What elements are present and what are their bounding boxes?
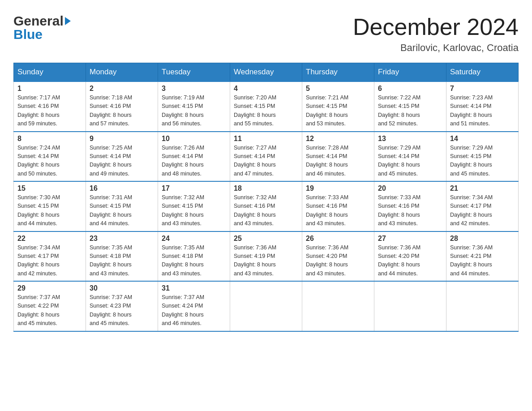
day-info: Sunrise: 7:36 AMSunset: 4:20 PMDaylight:… [378, 244, 442, 278]
weekday-header-sunday: Sunday [14, 63, 86, 82]
day-number: 30 [90, 284, 154, 292]
calendar-cell: 22Sunrise: 7:34 AMSunset: 4:17 PMDayligh… [14, 231, 86, 282]
day-number: 16 [90, 184, 154, 193]
calendar-table: SundayMondayTuesdayWednesdayThursdayFrid… [13, 63, 519, 332]
calendar-cell: 29Sunrise: 7:37 AMSunset: 4:22 PMDayligh… [14, 281, 86, 331]
calendar-week-row: 15Sunrise: 7:30 AMSunset: 4:15 PMDayligh… [14, 181, 519, 231]
day-info: Sunrise: 7:19 AMSunset: 4:15 PMDaylight:… [162, 94, 226, 128]
calendar-header: SundayMondayTuesdayWednesdayThursdayFrid… [14, 63, 519, 82]
day-number: 15 [17, 184, 82, 193]
day-number: 19 [306, 184, 370, 193]
calendar-cell: 2Sunrise: 7:18 AMSunset: 4:16 PMDaylight… [86, 81, 158, 132]
day-number: 24 [162, 235, 226, 243]
day-info: Sunrise: 7:21 AMSunset: 4:15 PMDaylight:… [306, 94, 370, 128]
calendar-cell: 20Sunrise: 7:33 AMSunset: 4:16 PMDayligh… [374, 181, 446, 231]
calendar-week-row: 8Sunrise: 7:24 AMSunset: 4:14 PMDaylight… [14, 132, 519, 182]
day-number: 1 [17, 85, 82, 93]
calendar-cell: 17Sunrise: 7:32 AMSunset: 4:15 PMDayligh… [158, 181, 230, 231]
day-info: Sunrise: 7:37 AMSunset: 4:24 PMDaylight:… [162, 293, 226, 328]
weekday-header-monday: Monday [86, 63, 158, 82]
day-info: Sunrise: 7:23 AMSunset: 4:14 PMDaylight:… [450, 94, 515, 128]
calendar-cell: 27Sunrise: 7:36 AMSunset: 4:20 PMDayligh… [374, 231, 446, 282]
calendar-cell: 6Sunrise: 7:22 AMSunset: 4:15 PMDaylight… [374, 81, 446, 132]
weekday-header-tuesday: Tuesday [158, 63, 230, 82]
day-number: 14 [450, 135, 515, 143]
calendar-cell: 7Sunrise: 7:23 AMSunset: 4:14 PMDaylight… [446, 81, 519, 132]
day-number: 2 [90, 85, 154, 93]
calendar-cell [302, 281, 374, 331]
calendar-cell: 16Sunrise: 7:31 AMSunset: 4:15 PMDayligh… [86, 181, 158, 231]
day-info: Sunrise: 7:31 AMSunset: 4:15 PMDaylight:… [90, 193, 154, 228]
day-number: 6 [378, 85, 442, 93]
logo-chevron-icon [65, 17, 71, 25]
day-info: Sunrise: 7:18 AMSunset: 4:16 PMDaylight:… [90, 94, 154, 128]
day-number: 5 [306, 85, 370, 93]
day-info: Sunrise: 7:37 AMSunset: 4:23 PMDaylight:… [90, 293, 154, 328]
calendar-cell: 8Sunrise: 7:24 AMSunset: 4:14 PMDaylight… [14, 132, 86, 182]
logo-general: General [13, 13, 64, 29]
day-number: 28 [450, 235, 515, 243]
day-info: Sunrise: 7:29 AMSunset: 4:15 PMDaylight:… [450, 144, 515, 179]
weekday-header-wednesday: Wednesday [230, 63, 302, 82]
day-info: Sunrise: 7:30 AMSunset: 4:15 PMDaylight:… [17, 193, 82, 228]
calendar-cell: 15Sunrise: 7:30 AMSunset: 4:15 PMDayligh… [14, 181, 86, 231]
day-info: Sunrise: 7:22 AMSunset: 4:15 PMDaylight:… [378, 94, 442, 128]
day-info: Sunrise: 7:35 AMSunset: 4:18 PMDaylight:… [162, 244, 226, 278]
calendar-week-row: 29Sunrise: 7:37 AMSunset: 4:22 PMDayligh… [14, 281, 519, 331]
day-number: 23 [90, 235, 154, 243]
title-area: December 2024 Barilovic, Karlovac, Croat… [353, 13, 519, 54]
day-info: Sunrise: 7:37 AMSunset: 4:22 PMDaylight:… [17, 293, 82, 328]
day-number: 12 [306, 135, 370, 143]
calendar-cell: 26Sunrise: 7:36 AMSunset: 4:20 PMDayligh… [302, 231, 374, 282]
calendar-week-row: 22Sunrise: 7:34 AMSunset: 4:17 PMDayligh… [14, 231, 519, 282]
day-number: 31 [162, 284, 226, 292]
calendar-cell: 31Sunrise: 7:37 AMSunset: 4:24 PMDayligh… [158, 281, 230, 331]
day-info: Sunrise: 7:24 AMSunset: 4:14 PMDaylight:… [17, 144, 82, 179]
weekday-header-thursday: Thursday [302, 63, 374, 82]
calendar-cell [446, 281, 519, 331]
logo-blue: Blue [13, 27, 71, 42]
calendar-body: 1Sunrise: 7:17 AMSunset: 4:16 PMDaylight… [14, 81, 519, 331]
calendar-cell: 24Sunrise: 7:35 AMSunset: 4:18 PMDayligh… [158, 231, 230, 282]
day-number: 11 [234, 135, 298, 143]
day-number: 7 [450, 85, 515, 93]
day-info: Sunrise: 7:17 AMSunset: 4:16 PMDaylight:… [17, 94, 82, 128]
day-info: Sunrise: 7:25 AMSunset: 4:14 PMDaylight:… [90, 144, 154, 179]
weekday-header-friday: Friday [374, 63, 446, 82]
logo: General Blue [13, 13, 71, 42]
calendar-cell: 13Sunrise: 7:29 AMSunset: 4:14 PMDayligh… [374, 132, 446, 182]
day-info: Sunrise: 7:36 AMSunset: 4:21 PMDaylight:… [450, 244, 515, 278]
calendar-cell: 30Sunrise: 7:37 AMSunset: 4:23 PMDayligh… [86, 281, 158, 331]
calendar-cell: 23Sunrise: 7:35 AMSunset: 4:18 PMDayligh… [86, 231, 158, 282]
weekday-header-saturday: Saturday [446, 63, 519, 82]
calendar-cell: 25Sunrise: 7:36 AMSunset: 4:19 PMDayligh… [230, 231, 302, 282]
calendar-cell: 28Sunrise: 7:36 AMSunset: 4:21 PMDayligh… [446, 231, 519, 282]
calendar-cell: 21Sunrise: 7:34 AMSunset: 4:17 PMDayligh… [446, 181, 519, 231]
logo-row1: General [13, 13, 71, 29]
calendar-cell: 3Sunrise: 7:19 AMSunset: 4:15 PMDaylight… [158, 81, 230, 132]
day-number: 27 [378, 235, 442, 243]
day-info: Sunrise: 7:29 AMSunset: 4:14 PMDaylight:… [378, 144, 442, 179]
day-info: Sunrise: 7:33 AMSunset: 4:16 PMDaylight:… [378, 193, 442, 228]
day-info: Sunrise: 7:32 AMSunset: 4:15 PMDaylight:… [162, 193, 226, 228]
calendar-week-row: 1Sunrise: 7:17 AMSunset: 4:16 PMDaylight… [14, 81, 519, 132]
day-number: 29 [17, 284, 82, 292]
day-info: Sunrise: 7:27 AMSunset: 4:14 PMDaylight:… [234, 144, 298, 179]
calendar-cell [374, 281, 446, 331]
day-info: Sunrise: 7:32 AMSunset: 4:16 PMDaylight:… [234, 193, 298, 228]
day-number: 10 [162, 135, 226, 143]
day-number: 21 [450, 184, 515, 193]
day-number: 3 [162, 85, 226, 93]
calendar-cell: 19Sunrise: 7:33 AMSunset: 4:16 PMDayligh… [302, 181, 374, 231]
day-info: Sunrise: 7:28 AMSunset: 4:14 PMDaylight:… [306, 144, 370, 179]
day-number: 18 [234, 184, 298, 193]
location: Barilovic, Karlovac, Croatia [353, 42, 519, 54]
calendar-cell: 4Sunrise: 7:20 AMSunset: 4:15 PMDaylight… [230, 81, 302, 132]
calendar-cell: 9Sunrise: 7:25 AMSunset: 4:14 PMDaylight… [86, 132, 158, 182]
day-number: 25 [234, 235, 298, 243]
month-title: December 2024 [353, 13, 519, 40]
day-number: 17 [162, 184, 226, 193]
day-info: Sunrise: 7:26 AMSunset: 4:14 PMDaylight:… [162, 144, 226, 179]
calendar-cell: 5Sunrise: 7:21 AMSunset: 4:15 PMDaylight… [302, 81, 374, 132]
day-info: Sunrise: 7:35 AMSunset: 4:18 PMDaylight:… [90, 244, 154, 278]
